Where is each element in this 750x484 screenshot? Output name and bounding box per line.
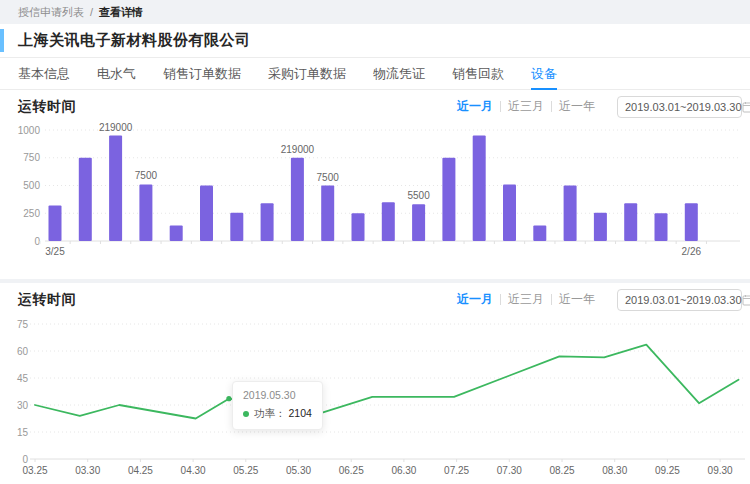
line-section-controls: 近一月 近三月 近一年 2019.03.01~2019.03.30 [457, 289, 742, 311]
page-title: 上海关讯电子新材料股份有限公司 [18, 31, 251, 50]
line-range-filter: 近一月 近三月 近一年 [457, 291, 595, 308]
line-section-header: 运转时间 近一月 近三月 近一年 2019.03.01~2019.03.30 [0, 283, 750, 316]
tab-bar: 基本信息 电水气 销售订单数据 采购订单数据 物流凭证 销售回款 设备 [0, 57, 750, 90]
range-1year[interactable]: 近一年 [559, 291, 595, 308]
x-axis-label: 05.30 [286, 465, 311, 476]
bar-value-label: 7500 [135, 170, 158, 181]
range-divider [551, 294, 552, 305]
bar [442, 158, 455, 241]
bar [412, 204, 425, 241]
tab-sales-collection[interactable]: 销售回款 [452, 58, 504, 89]
x-axis-label: 08.25 [549, 465, 574, 476]
x-axis-label: 06.30 [391, 465, 416, 476]
bar [503, 184, 516, 241]
calendar-icon[interactable] [742, 294, 750, 306]
breadcrumb-parent[interactable]: 授信申请列表 [18, 5, 84, 20]
range-1year[interactable]: 近一年 [559, 98, 595, 115]
x-axis-label: 2/26 [682, 246, 702, 257]
y-axis-label: 1000 [18, 125, 41, 136]
y-axis-label: 30 [17, 400, 29, 411]
tooltip-date: 2019.05.30 [243, 388, 312, 404]
bar [321, 186, 334, 242]
tab-utilities[interactable]: 电水气 [97, 58, 136, 89]
bar-section-header: 运转时间 近一月 近三月 近一年 2019.03.01~2019.03.30 [0, 90, 750, 123]
device-detail-page: 授信申请列表 / 查看详情 上海关讯电子新材料股份有限公司 基本信息 电水气 销… [0, 0, 750, 484]
x-axis-label: 07.25 [444, 465, 469, 476]
bar [685, 203, 698, 241]
tab-basic-info[interactable]: 基本信息 [18, 58, 70, 89]
breadcrumb-current: 查看详情 [99, 5, 143, 20]
y-axis-label: 45 [17, 373, 29, 384]
line-chart-wrap: 0153045607503.2503.3004.2504.3005.2505.3… [0, 316, 750, 484]
date-range-value: 2019.03.01~2019.03.30 [625, 294, 742, 306]
y-axis-label: 75 [17, 319, 29, 330]
y-axis-label: 250 [23, 208, 40, 219]
tab-logistics[interactable]: 物流凭证 [373, 58, 425, 89]
x-axis-label: 3/25 [45, 246, 65, 257]
bar-value-label: 5500 [407, 190, 430, 201]
bar [261, 203, 274, 241]
range-divider [500, 294, 501, 305]
tooltip-series-value: 2104 [289, 406, 312, 422]
bar [291, 158, 304, 241]
x-axis-label: 09.25 [655, 465, 680, 476]
tooltip-series-label: 功率： [254, 406, 286, 422]
breadcrumb-separator: / [90, 6, 93, 18]
range-divider [500, 101, 501, 112]
range-3months[interactable]: 近三月 [508, 98, 544, 115]
tab-purchase-orders[interactable]: 采购订单数据 [268, 58, 346, 89]
x-axis-label: 06.25 [339, 465, 364, 476]
tab-device[interactable]: 设备 [531, 58, 557, 89]
bar [624, 203, 637, 241]
title-accent-bar [0, 29, 4, 52]
bar-range-filter: 近一月 近三月 近一年 [457, 98, 595, 115]
line-chart-title: 运转时间 [18, 291, 76, 309]
bar-value-label: 219000 [281, 144, 315, 155]
bar [352, 213, 365, 241]
tooltip-series-row: 功率： 2104 [243, 406, 312, 422]
y-axis-label: 60 [17, 346, 29, 357]
bar [109, 136, 122, 241]
x-axis-label: 03.30 [75, 465, 100, 476]
y-axis-label: 15 [17, 427, 29, 438]
bar [49, 205, 62, 241]
range-3months[interactable]: 近三月 [508, 291, 544, 308]
x-axis-label: 04.30 [181, 465, 206, 476]
bar-chart[interactable]: 025050075010003/252190007500219000750055… [0, 123, 750, 279]
bar [79, 158, 92, 241]
bar-chart-title: 运转时间 [18, 98, 76, 116]
runtime-bar-section: 运转时间 近一月 近三月 近一年 2019.03.01~2019.03.30 [0, 90, 750, 279]
range-1month[interactable]: 近一月 [457, 98, 493, 115]
series-dot-icon [243, 411, 249, 417]
bar [200, 186, 213, 242]
y-axis-label: 750 [23, 152, 40, 163]
x-axis-label: 03.25 [22, 465, 47, 476]
x-axis-label: 04.25 [128, 465, 153, 476]
bar [564, 186, 577, 242]
bar [230, 213, 243, 241]
x-axis-label: 07.30 [497, 465, 522, 476]
x-axis-label: 08.30 [602, 465, 627, 476]
bar [594, 213, 607, 241]
bar-chart-wrap: 025050075010003/252190007500219000750055… [0, 123, 750, 279]
bar [533, 225, 546, 241]
bar-section-controls: 近一月 近三月 近一年 2019.03.01~2019.03.30 [457, 96, 742, 118]
date-range-picker[interactable]: 2019.03.01~2019.03.30 [617, 289, 742, 311]
tab-sales-orders[interactable]: 销售订单数据 [163, 58, 241, 89]
bar [139, 184, 152, 241]
range-1month[interactable]: 近一月 [457, 291, 493, 308]
date-range-picker[interactable]: 2019.03.01~2019.03.30 [617, 96, 742, 118]
x-axis-label: 09.30 [708, 465, 733, 476]
bar [655, 213, 668, 241]
bar [473, 136, 486, 241]
bar [170, 225, 183, 241]
line-series [35, 345, 739, 419]
title-row: 上海关讯电子新材料股份有限公司 [0, 24, 750, 57]
line-chart[interactable]: 0153045607503.2503.3004.2504.3005.2505.3… [0, 316, 750, 484]
data-point-marker [226, 396, 231, 401]
x-axis-label: 05.25 [233, 465, 258, 476]
y-axis-label: 0 [22, 454, 28, 465]
calendar-icon[interactable] [742, 101, 750, 113]
y-axis-label: 500 [23, 180, 40, 191]
runtime-line-section: 运转时间 近一月 近三月 近一年 2019.03.01~2019.03.30 [0, 283, 750, 484]
